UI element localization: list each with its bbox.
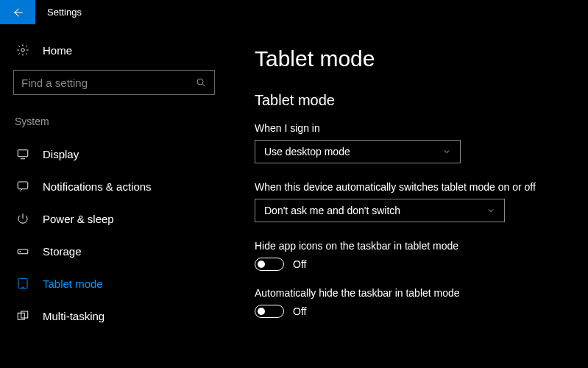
sidebar-item-label: Display <box>43 148 79 160</box>
sidebar-item-multitasking[interactable]: Multi-tasking <box>13 300 215 332</box>
svg-point-1 <box>197 79 203 85</box>
svg-rect-6 <box>18 278 27 289</box>
autoswitch-dropdown[interactable]: Don't ask me and don't switch <box>255 199 505 222</box>
search-box[interactable] <box>13 70 215 95</box>
svg-rect-2 <box>18 150 28 157</box>
search-icon <box>195 77 207 88</box>
home-button[interactable]: Home <box>13 39 215 70</box>
hide-taskbar-label: Automatically hide the taskbar in tablet… <box>255 287 573 299</box>
signin-value: Use desktop mode <box>264 146 350 158</box>
svg-rect-3 <box>18 182 28 189</box>
arrow-left-icon <box>11 6 24 19</box>
section-title: Tablet mode <box>255 92 573 109</box>
multitask-icon <box>16 309 29 322</box>
svg-point-0 <box>21 49 25 52</box>
sidebar-item-label: Storage <box>43 245 82 258</box>
sidebar-item-power[interactable]: Power & sleep <box>13 202 215 235</box>
sidebar-item-storage[interactable]: Storage <box>13 235 215 267</box>
sidebar: Home System Display Notifications & acti… <box>0 24 228 368</box>
autoswitch-value: Don't ask me and don't switch <box>264 205 400 216</box>
hide-icons-label: Hide app icons on the taskbar in tablet … <box>255 240 573 252</box>
svg-point-5 <box>20 251 21 252</box>
content-area: Tablet mode Tablet mode When I sign in U… <box>228 24 588 368</box>
sidebar-item-label: Power & sleep <box>43 213 114 225</box>
sidebar-item-label: Notifications & actions <box>43 180 152 193</box>
monitor-icon <box>16 147 29 160</box>
power-icon <box>16 212 29 225</box>
gear-icon <box>16 43 29 57</box>
window-title: Settings <box>35 0 82 24</box>
signin-label: When I sign in <box>255 122 573 134</box>
chat-icon <box>16 180 29 193</box>
sidebar-item-notifications[interactable]: Notifications & actions <box>13 170 215 202</box>
back-button[interactable] <box>0 0 35 24</box>
search-input[interactable] <box>21 77 195 89</box>
home-label: Home <box>43 44 72 57</box>
hide-taskbar-state: Off <box>293 305 306 317</box>
hide-icons-toggle[interactable] <box>255 258 284 271</box>
drive-icon <box>16 244 29 258</box>
autoswitch-label: When this device automatically switches … <box>255 181 573 193</box>
tablet-icon <box>16 277 29 290</box>
sidebar-item-label: Tablet mode <box>43 277 103 290</box>
svg-rect-4 <box>18 250 28 254</box>
section-label: System <box>13 116 215 127</box>
signin-dropdown[interactable]: Use desktop mode <box>255 140 461 163</box>
sidebar-item-display[interactable]: Display <box>13 138 215 170</box>
chevron-down-icon <box>486 206 495 215</box>
chevron-down-icon <box>442 147 451 156</box>
sidebar-item-tablet-mode[interactable]: Tablet mode <box>13 267 215 300</box>
sidebar-item-label: Multi-tasking <box>43 310 105 322</box>
page-title: Tablet mode <box>255 46 573 71</box>
hide-icons-state: Off <box>293 258 306 270</box>
hide-taskbar-toggle[interactable] <box>255 305 284 318</box>
titlebar: Settings <box>0 0 588 24</box>
